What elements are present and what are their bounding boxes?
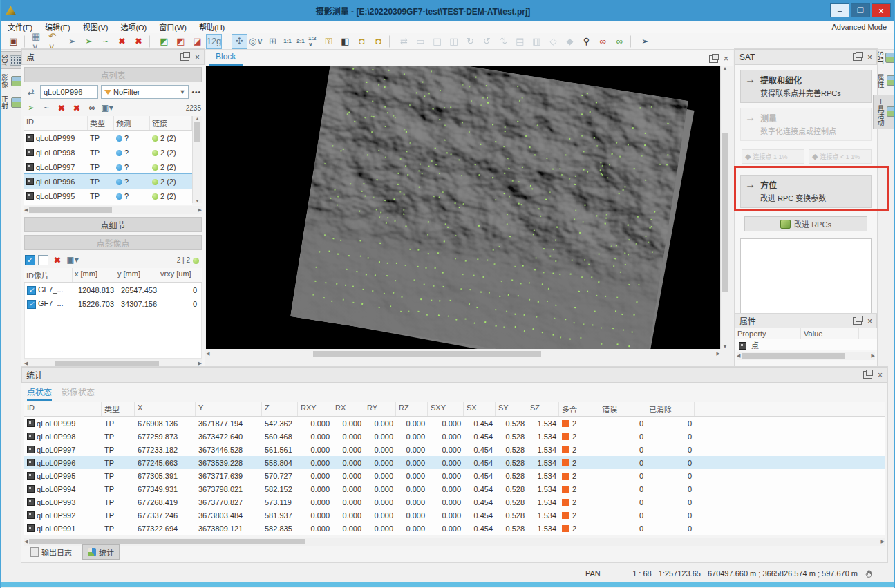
properties-hscrollbar[interactable]: ◀▶ xyxy=(737,352,875,360)
adjust-rpcs-button[interactable]: 改进 RPCs xyxy=(744,216,867,231)
pointer-flag-icon[interactable]: ➢ xyxy=(637,34,653,49)
close-panel-icon[interactable]: × xyxy=(867,53,872,61)
lock-open-icon[interactable]: ◘ xyxy=(354,34,370,49)
save-icon[interactable]: ▣ xyxy=(6,34,21,49)
sat-result-list[interactable] xyxy=(740,238,872,314)
menu-item[interactable]: 窗口(W) xyxy=(153,21,193,32)
close-button[interactable]: x xyxy=(872,3,891,17)
menu-item[interactable]: 视图(V) xyxy=(77,21,115,32)
block-viewport[interactable] xyxy=(206,66,720,349)
import-icon[interactable]: ▦ ∨ xyxy=(31,34,47,49)
tripod-icon[interactable]: ⚲ xyxy=(578,34,594,49)
close-panel-icon[interactable]: × xyxy=(867,317,872,325)
zoom-2-1-icon[interactable]: 2:1 xyxy=(294,34,307,49)
statistics-toggle[interactable]: 统计 xyxy=(82,544,120,560)
check-menu-icon[interactable]: ▣▾ xyxy=(101,103,113,113)
close-panel-icon[interactable]: × xyxy=(195,53,200,61)
link-icon[interactable]: ⇄ xyxy=(396,34,412,49)
point-list-vscrollbar[interactable]: ▲▼ xyxy=(192,116,202,203)
menu-item[interactable]: 选项(O) xyxy=(114,21,153,32)
statistics-row[interactable]: qLoL0P997 TP 677233.182 3673446.528 561.… xyxy=(24,443,885,456)
tab-point-status[interactable]: 点状态 xyxy=(27,386,52,401)
statistics-row[interactable]: qLoL0P993 TP 677268.419 3673770.827 573.… xyxy=(24,495,885,509)
point-id-input[interactable]: qLoL0P996 xyxy=(40,85,98,99)
refresh-point-icon[interactable]: ⇄ xyxy=(25,87,37,97)
filter-combobox[interactable]: NoFilter ▼ xyxy=(101,85,189,99)
workflow-step-orientation[interactable]: → 方位改进 RPC 变换参数 xyxy=(740,175,872,208)
trace-icon[interactable]: ~ xyxy=(40,103,53,113)
viewport-vscrollbar[interactable]: ▲▼ xyxy=(720,66,729,349)
zoom-select-icon[interactable]: ◎∨ xyxy=(248,34,264,49)
delete-image-point-icon[interactable]: ✖ xyxy=(55,103,68,113)
undo-icon[interactable]: ↶ ∨ xyxy=(48,34,64,49)
toolbar-separator[interactable] xyxy=(149,35,154,48)
viewport-hscrollbar[interactable]: ◀▶ xyxy=(206,349,720,358)
delete-measure-icon[interactable]: ✖ xyxy=(51,255,64,265)
right-dock-tab[interactable]: SAT xyxy=(875,48,895,67)
float-panel-icon[interactable] xyxy=(180,53,189,61)
stereo-red-icon[interactable]: ∞ xyxy=(595,34,611,49)
measure-line-icon[interactable]: ~ xyxy=(97,34,113,49)
image-point-row[interactable]: ✓GF7_... 15226.703 34307.156 0 xyxy=(25,297,201,311)
statistics-row[interactable]: qLoL0P994 TP 677349.931 3673798.021 582.… xyxy=(24,482,885,495)
menu-item[interactable]: 帮助(H) xyxy=(193,21,231,32)
overview-toggle-icon[interactable]: 12g xyxy=(206,34,222,49)
tab-block[interactable]: Block xyxy=(209,50,243,66)
point-row[interactable]: qLoL0P998 TP ? 2 (2) xyxy=(24,145,192,160)
toolbar-separator[interactable] xyxy=(630,35,635,48)
zoom-1-2-icon[interactable]: 1:2 ∨ xyxy=(308,34,320,49)
workflow-step[interactable]: → 提取和细化获得联系点并完善RPCs xyxy=(740,70,872,103)
swap-icon[interactable]: ⇅ xyxy=(496,34,511,49)
float-panel-icon[interactable] xyxy=(853,317,862,325)
statistics-row[interactable]: qLoL0P999 TP 676908.136 3671877.194 542.… xyxy=(24,417,885,430)
rotate-icon[interactable]: ↻ xyxy=(462,34,478,49)
snap2-icon[interactable]: ◆ xyxy=(562,34,578,49)
statistics-row[interactable]: qLoL0P996 TP 677245.663 3673539.228 558.… xyxy=(24,456,885,469)
right-dock-tab[interactable]: 工具活动 xyxy=(873,95,895,129)
point-row[interactable]: qLoL0P999 TP ? 2 (2) xyxy=(24,131,192,145)
point-row[interactable]: qLoL0P995 TP ? 2 (2) xyxy=(24,189,192,203)
point-details-header[interactable]: 点细节 xyxy=(24,217,202,232)
copy2-icon[interactable]: ◫ xyxy=(446,34,462,49)
checkbox-none-icon[interactable] xyxy=(38,255,48,265)
point-row[interactable]: qLoL0P996 TP ? 2 (2) xyxy=(24,174,192,189)
copy-icon[interactable]: ◫ xyxy=(429,34,445,49)
right-dock-tab[interactable]: 属性 xyxy=(874,71,895,91)
properties-column-headers[interactable]: PropertyValue xyxy=(735,328,877,339)
rotate2-icon[interactable]: ↺ xyxy=(479,34,495,49)
stereo-green-icon[interactable]: ∞ xyxy=(612,34,628,49)
pan-hand-icon[interactable]: ✣ xyxy=(232,34,247,49)
delete-selection-icon[interactable]: ✖ xyxy=(114,34,130,49)
layers2-icon[interactable]: ▥ xyxy=(529,34,545,49)
point-list-hscrollbar[interactable]: ◀▶ xyxy=(24,206,202,214)
float-panel-icon[interactable] xyxy=(863,371,872,379)
workflow-step[interactable]: → 测量数字化连接点或控制点 xyxy=(740,108,872,141)
close-panel-icon[interactable]: × xyxy=(878,371,883,379)
minimize-button[interactable]: – xyxy=(830,3,849,17)
zoom-1-1-icon[interactable]: 1:1 xyxy=(281,34,294,49)
point-row[interactable]: qLoL0P997 TP ? 2 (2) xyxy=(24,160,192,174)
select-arrow-icon[interactable]: ➢ xyxy=(64,34,80,49)
filter-more-button[interactable]: ••• xyxy=(191,88,201,96)
maximize-button[interactable]: ❐ xyxy=(851,3,870,17)
check-menu-icon[interactable]: ▣▾ xyxy=(66,255,79,265)
contrast-icon[interactable]: ◧ xyxy=(337,34,353,49)
checkbox-all-icon[interactable]: ✓ xyxy=(25,255,35,265)
snap-icon[interactable]: ◇ xyxy=(545,34,561,49)
statistics-row[interactable]: qLoL0P995 TP 677305.391 3673717.639 570.… xyxy=(24,469,885,482)
image-remove-icon[interactable]: ◩ xyxy=(173,34,189,49)
property-row[interactable]: 点 xyxy=(735,339,877,350)
output-log-toggle[interactable]: 输出日志 xyxy=(26,545,77,559)
lock-closed-icon[interactable]: ◘ xyxy=(370,34,386,49)
float-view-icon[interactable] xyxy=(709,55,718,63)
point-list-column-headers[interactable]: ID类型预测链接 xyxy=(24,116,192,131)
image-clear-icon[interactable]: ◪ xyxy=(189,34,205,49)
pick-point-icon[interactable]: ➢ xyxy=(81,34,97,49)
toolbar-separator[interactable] xyxy=(389,35,394,48)
fit-view-icon[interactable]: ⊞ xyxy=(265,34,281,49)
delete-icon[interactable]: ✖ xyxy=(131,34,147,49)
toolbar-separator[interactable] xyxy=(24,35,29,48)
mail-icon[interactable]: ▭ xyxy=(413,34,428,49)
float-panel-icon[interactable] xyxy=(853,53,862,61)
statistics-row[interactable]: qLoL0P991 TP 677322.694 3673809.121 582.… xyxy=(24,522,885,535)
